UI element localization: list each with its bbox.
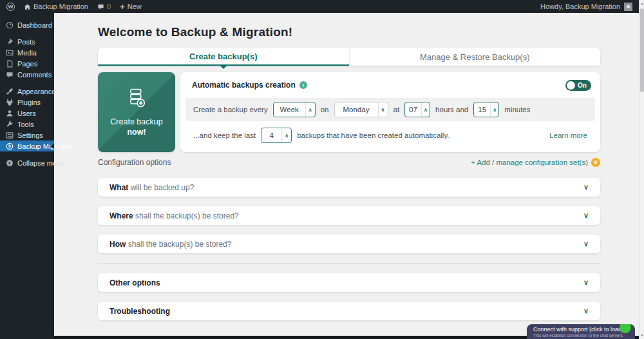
premium-crown-icon: ♛ (591, 158, 600, 167)
hour-value: 07 (405, 106, 421, 113)
hour-select[interactable]: 07 ∧ (404, 102, 430, 117)
sidebar-item-label: Posts (17, 38, 35, 46)
accordion-title-bold: Other options (109, 278, 160, 287)
sidebar-item-dashboard[interactable]: Dashboard (0, 19, 54, 30)
site-name-menu[interactable]: Backup Migration (24, 3, 88, 10)
schedule-on-label: on (321, 106, 329, 113)
sidebar-item-media[interactable]: Media (0, 47, 54, 58)
plug-icon (5, 98, 14, 106)
settings-icon (5, 131, 14, 139)
scrollbar-thumb[interactable] (640, 8, 644, 92)
sidebar-item-label: Settings (17, 131, 43, 139)
page-scrollbar[interactable]: ▲ ▼ (639, 0, 644, 339)
learn-more-link[interactable]: Learn more (549, 131, 587, 139)
plus-icon: + (120, 2, 125, 12)
sidebar-item-appearance[interactable]: Appearance (0, 86, 54, 97)
sidebar-item-users[interactable]: Users (0, 108, 54, 119)
sidebar-item-posts[interactable]: Posts (0, 36, 54, 47)
info-icon[interactable]: i (299, 81, 307, 89)
sidebar-item-pages[interactable]: Pages (0, 58, 54, 69)
schedule-minutes-label: minutes (504, 106, 530, 113)
create-backup-now-label: Create backup now! (110, 117, 162, 137)
schedule-prefix: Create a backup every (193, 106, 268, 113)
chevron-up-icon: ∧ (305, 102, 315, 117)
add-configuration-set-link[interactable]: + Add / manage configuration set(s) ♛ (471, 158, 600, 167)
tab-label: Manage & Restore Backup(s) (420, 52, 530, 62)
accordion-where-stored[interactable]: Where shall the backup(s) be stored? ∨ (98, 206, 600, 225)
sidebar-item-plugins[interactable]: Plugins (0, 97, 54, 108)
minute-value: 15 (474, 106, 490, 113)
page-title: Welcome to Backup & Migration! (98, 25, 292, 39)
brush-icon (5, 87, 14, 95)
wp-admin-sidebar: Dashboard Posts Media Pages Comments App… (0, 13, 54, 339)
collapse-arrow-icon (5, 159, 14, 167)
tab-manage-restore-backups[interactable]: Manage & Restore Backup(s) (349, 48, 601, 66)
sidebar-item-collapse-menu[interactable]: Collapse menu (0, 157, 54, 168)
auto-backups-toggle[interactable]: On (565, 80, 591, 91)
chevron-down-icon: ∨ (583, 278, 589, 287)
accordion-title-bold: Troubleshooting (109, 307, 170, 316)
sidebar-item-settings[interactable]: Settings (0, 130, 54, 140)
schedule-hours-label: hours and (435, 106, 468, 113)
sidebar-item-label: Backup Migration (17, 142, 72, 150)
accordion-what-backed-up[interactable]: What will be backed up? ∨ (98, 178, 600, 197)
howdy-label[interactable]: Howdy, Backup Migration (540, 3, 620, 10)
auto-backups-title: Automatic backups creation (192, 81, 296, 90)
chevron-down-icon: ∨ (583, 240, 589, 248)
create-backup-now-button[interactable]: Create backup now! (98, 72, 175, 152)
sidebar-item-comments[interactable]: Comments (0, 69, 54, 80)
chevron-down-icon: ∨ (583, 183, 589, 191)
sidebar-item-label: Comments (17, 71, 52, 79)
accordion-title-bold: How (109, 240, 126, 249)
accordion-title-rest: shall the backup(s) be stored? (133, 211, 239, 220)
frequency-select[interactable]: Week ∧ (273, 102, 316, 117)
tab-label: Create backup(s) (189, 52, 257, 61)
comment-bubble-icon (97, 3, 104, 10)
sidebar-item-label: Tools (17, 121, 34, 128)
frequency-value: Week (274, 106, 305, 113)
automatic-backups-panel: Automatic backups creation i On Create a… (180, 72, 600, 152)
chat-status-dot (620, 324, 631, 333)
new-content-menu[interactable]: + New (120, 2, 142, 12)
chevron-down-icon: ∨ (583, 307, 589, 315)
accordion-how-stored[interactable]: How shall the backup(s) be stored? ∨ (98, 235, 600, 253)
accordion-troubleshooting[interactable]: Troubleshooting ∨ (98, 302, 600, 320)
accordion-title-rest: shall the backup(s) be stored? (126, 240, 231, 249)
sidebar-item-label: Media (17, 49, 37, 57)
add-configuration-set-label: + Add / manage configuration set(s) (471, 159, 588, 166)
home-icon (24, 3, 31, 10)
keep-backups-row: ...and keep the last 4 ∧ backups that ha… (180, 121, 600, 150)
toggle-state-label: On (578, 82, 587, 89)
comment-icon (5, 70, 14, 79)
accordion-other-options[interactable]: Other options ∨ (98, 273, 600, 292)
svg-text:b: b (8, 144, 11, 148)
keep-count-select[interactable]: 4 ∧ (261, 128, 292, 143)
scroll-down-icon[interactable]: ▼ (639, 333, 644, 337)
day-select[interactable]: Monday ∨ (334, 102, 388, 117)
comments-menu[interactable]: 0 (97, 3, 111, 10)
section-divider (98, 263, 600, 264)
dashboard-icon (5, 21, 14, 29)
media-icon (5, 48, 14, 57)
tab-bar: Create backup(s) Manage & Restore Backup… (98, 48, 600, 66)
keep-prefix: ...and keep the last (193, 131, 256, 139)
sidebar-item-label: Users (17, 110, 36, 117)
chevron-up-icon: ∧ (281, 128, 291, 142)
tab-create-backups[interactable]: Create backup(s) (98, 48, 349, 66)
chat-subtitle: This will establish connection to the ch… (533, 333, 629, 338)
support-chat-widget[interactable]: Connect with support (click to load) Thi… (527, 324, 635, 339)
new-label: New (128, 3, 142, 10)
sidebar-item-label: Pages (17, 60, 37, 68)
sidebar-item-backup-migration[interactable]: b Backup Migration (0, 140, 54, 151)
chevron-up-icon: ∧ (490, 102, 498, 117)
scroll-up-icon[interactable]: ▲ (639, 1, 644, 5)
sidebar-item-tools[interactable]: Tools (0, 119, 54, 130)
chevron-down-icon: ∨ (378, 102, 388, 117)
user-avatar[interactable]: ☻ (624, 3, 632, 11)
chevron-up-icon: ∧ (421, 102, 430, 117)
sidebar-item-label: Dashboard (17, 21, 52, 29)
wrench-icon (5, 120, 14, 128)
sidebar-item-label: Collapse menu (17, 159, 64, 167)
wp-logo-menu[interactable]: W (6, 3, 15, 11)
minute-select[interactable]: 15 ∧ (473, 102, 499, 117)
